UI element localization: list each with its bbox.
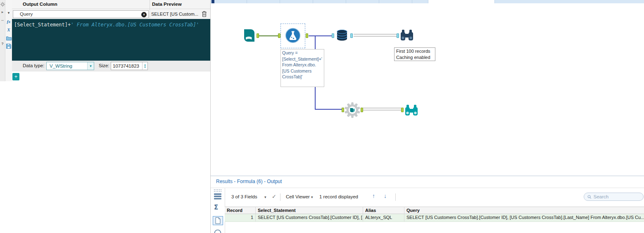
pinned-tab[interactable]: [211, 0, 214, 3]
table-row[interactable]: 1 SELECT [US Customers CrossTab].[Custom…: [225, 214, 644, 222]
arrow-up-icon[interactable]: ↑: [372, 193, 375, 199]
data-type-select[interactable]: V_WString ▾: [46, 62, 94, 70]
browse-note-line1: First 100 records: [396, 48, 433, 54]
search-input[interactable]: [594, 194, 640, 199]
results-panel: Results - Formula (6) - Output Σ 3 of 3 …: [210, 176, 644, 233]
trash-icon[interactable]: [202, 11, 207, 17]
browse-tool-2[interactable]: [404, 103, 419, 118]
save-icon[interactable]: [6, 44, 11, 49]
formula-config-panel: ▸ ↔ ? ▾ fx X Output Column Data Preview …: [0, 0, 210, 233]
swap-panels-icon[interactable]: ↔: [0, 18, 5, 23]
search-icon: [587, 195, 592, 199]
cell-select-statement[interactable]: SELECT [US Customers CrossTab].[Customer…: [256, 214, 363, 221]
macro-output-anchor[interactable]: [361, 108, 363, 112]
workflow-canvas[interactable]: Query = [Select_Statement]+' From Altery…: [210, 0, 644, 176]
connection-macro-to-browse[interactable]: [363, 108, 401, 111]
variables-icon[interactable]: X: [6, 27, 11, 32]
alteryx-designer-window: ▸ ↔ ? ▾ fx X Output Column Data Preview …: [0, 0, 644, 233]
connection-formula-to-dynamic-input[interactable]: [309, 35, 334, 36]
globe-icon[interactable]: [214, 229, 221, 233]
toolbar-divider: [280, 193, 280, 201]
file-view-icon[interactable]: [213, 216, 223, 225]
grip-handle[interactable]: [214, 189, 222, 192]
divider: [211, 188, 644, 188]
functions-icon[interactable]: fx: [6, 19, 11, 24]
tab-divider: [280, 0, 280, 3]
fields-summary[interactable]: 3 of 3 Fields: [231, 194, 257, 199]
tab-divider: [412, 0, 412, 3]
tab-divider: [313, 0, 313, 3]
spin-down-icon[interactable]: ▾: [144, 66, 146, 68]
chevron-down-icon[interactable]: ▾: [264, 195, 266, 199]
table-header: Record Select_Statement Alias Query: [225, 207, 644, 214]
search-box[interactable]: [584, 193, 644, 201]
spinner[interactable]: ▴▾: [142, 62, 147, 70]
dynamic-input-input-anchor[interactable]: [332, 33, 334, 38]
column-header-select-statement[interactable]: Select_Statement: [256, 207, 363, 214]
column-header-record[interactable]: Record: [225, 207, 256, 214]
expression-string-part: ' From Alteryx.dbo.[US Customers CrossTa…: [71, 22, 199, 28]
active-workflow-tab[interactable]: [428, 0, 495, 3]
data-type-value: V_WString: [50, 64, 72, 68]
expression-editor[interactable]: [Select_Statement]+' From Alteryx.dbo.[U…: [12, 19, 210, 61]
browse-note-line2: Caching enabled: [396, 54, 433, 61]
input-data-tool[interactable]: [241, 28, 256, 43]
formula-annotation[interactable]: Query = [Select_Statement]+' From Altery…: [280, 49, 324, 87]
browse-input-anchor[interactable]: [397, 33, 399, 38]
tab-divider: [247, 0, 247, 3]
browse2-input-anchor[interactable]: [401, 108, 404, 112]
size-label: Size:: [99, 63, 109, 68]
expression-field-part: [Select_Statement]+: [14, 22, 71, 28]
column-header-query[interactable]: Query: [404, 207, 644, 214]
results-side-toolbar: Σ: [211, 188, 225, 233]
size-input[interactable]: [111, 62, 142, 70]
cell-record[interactable]: 1: [225, 214, 256, 221]
toolbar-divider: [395, 193, 396, 201]
cell-query[interactable]: SELECT [US Customers CrossTab].[Customer…: [404, 214, 644, 221]
canvas-tab-strip: [211, 0, 644, 3]
browse-tool[interactable]: [399, 28, 414, 42]
data-preview-header: Data Preview: [152, 2, 182, 7]
data-type-label: Data type:: [23, 63, 44, 68]
chevron-down-icon[interactable]: ▾: [6, 11, 11, 15]
browse-note: First 100 records Caching enabled: [394, 47, 435, 61]
input-output-anchor[interactable]: [257, 33, 259, 38]
arrow-down-icon[interactable]: ↓: [384, 193, 387, 199]
formula-output-anchor[interactable]: [306, 33, 308, 38]
editor-toolbar: ▾ fx X: [5, 0, 12, 81]
cell-alias[interactable]: ALteryx_SQL: [363, 214, 404, 221]
table-view-icon[interactable]: [214, 193, 221, 200]
connection-cached-to-browse[interactable]: [354, 34, 397, 37]
sigma-icon[interactable]: Σ: [214, 205, 218, 211]
tab-divider: [379, 0, 379, 3]
output-column-header: Output Column: [23, 2, 57, 7]
config-header: Output Column Data Preview: [12, 0, 210, 9]
side-toolbar: ▸ ↔ ?: [0, 0, 5, 81]
header-divider: [150, 0, 150, 19]
macro-input-anchor[interactable]: [342, 108, 344, 112]
dynamic-input-output-anchor[interactable]: [350, 33, 353, 38]
connection-input-to-formula[interactable]: [259, 35, 278, 36]
add-column-button[interactable]: +: [12, 73, 19, 80]
dynamic-input-tool[interactable]: [335, 28, 349, 43]
help-icon[interactable]: ?: [0, 42, 5, 47]
records-displayed: 1 record displayed: [319, 194, 358, 199]
folder-open-icon[interactable]: [6, 36, 11, 41]
chevron-down-icon: ▾: [87, 62, 94, 70]
formula-tool[interactable]: [285, 27, 301, 44]
cell-viewer-button[interactable]: Cell Viewer: [286, 194, 310, 199]
chevron-down-icon[interactable]: ▾: [311, 195, 313, 199]
macro-tool[interactable]: [345, 102, 360, 118]
results-title: Results - Formula (6) - Output: [216, 179, 282, 184]
size-input-wrap: ▴▾: [111, 62, 148, 70]
tab-divider: [346, 0, 346, 3]
gear-icon[interactable]: [0, 2, 5, 7]
output-column-select[interactable]: Query ✕: [13, 10, 149, 18]
run-icon[interactable]: ▸: [0, 10, 5, 15]
data-preview-value: SELECT [US Custom...: [151, 12, 198, 16]
column-header-alias[interactable]: Alias: [363, 207, 404, 214]
connection-branch-horizontal[interactable]: [315, 109, 342, 110]
output-column-value: Query: [20, 12, 33, 16]
clear-icon[interactable]: ✕: [141, 12, 147, 17]
results-table: Record Select_Statement Alias Query 1 SE…: [225, 207, 644, 222]
